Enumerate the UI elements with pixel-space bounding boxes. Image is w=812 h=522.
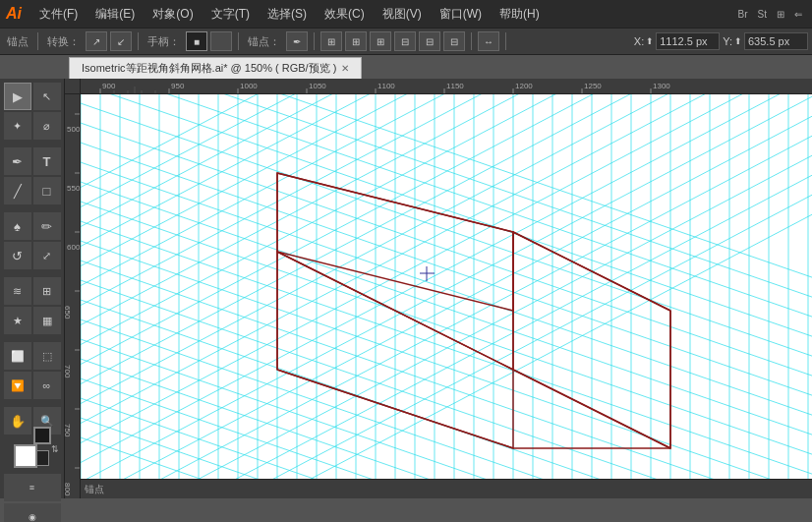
handle-btn-2[interactable]	[210, 31, 232, 51]
symbol-tool[interactable]: ★	[4, 307, 31, 334]
align-mid[interactable]: ⊟	[419, 31, 440, 51]
lasso-tool[interactable]: ⌀	[33, 112, 61, 140]
artboard-tools: ⬜ ⬚	[4, 342, 61, 370]
change-mode-btn[interactable]: ≡	[4, 474, 61, 501]
status-text: 锚点	[85, 483, 104, 496]
svg-text:1150: 1150	[446, 82, 464, 90]
selection-tool[interactable]: ▶	[4, 83, 31, 110]
align-top[interactable]: ⊟	[394, 31, 416, 51]
dist-h[interactable]: ↔	[478, 31, 499, 51]
align-center[interactable]: ⊞	[345, 31, 367, 51]
rect-tool[interactable]: □	[33, 177, 61, 204]
y-label: Y:	[723, 35, 732, 47]
y-arrow: ⬆	[734, 36, 742, 46]
bottom-bar: 锚点	[81, 479, 812, 498]
artboard-tool[interactable]: ⬜	[4, 342, 31, 370]
arrow-icon[interactable]: ⇐	[790, 9, 806, 20]
slice-tool[interactable]: ⬚	[33, 342, 61, 370]
blend-tool[interactable]: ∞	[33, 372, 61, 399]
document-tab[interactable]: Isometric等距视角斜角网格.ai* @ 150% ( RGB/预览 ) …	[69, 57, 362, 79]
menu-edit[interactable]: 编辑(E)	[87, 4, 143, 25]
anchor2-btn[interactable]: ✒	[286, 31, 308, 51]
magic-wand-tool[interactable]: ✦	[4, 112, 31, 140]
x-label: X:	[634, 35, 644, 47]
eyedropper-tool[interactable]: 🔽	[4, 372, 31, 399]
svg-text:1300: 1300	[653, 82, 670, 90]
align-right[interactable]: ⊞	[370, 31, 391, 51]
align-left[interactable]: ⊞	[320, 31, 342, 51]
toolbar-sep-5	[471, 32, 472, 50]
svg-text:1000: 1000	[240, 82, 258, 90]
stock-icon[interactable]: St	[754, 9, 771, 20]
svg-text:550: 550	[67, 184, 81, 193]
type-tool[interactable]: T	[33, 147, 61, 175]
menu-select[interactable]: 选择(S)	[260, 4, 315, 25]
x-arrow: ⬆	[646, 36, 654, 46]
y-input[interactable]	[744, 32, 808, 50]
fill-box[interactable]	[14, 444, 37, 468]
left-toolbar: ▶ ↖ ✦ ⌀ ✒ T ╱ □ ♠ ✏ ↺ ⤢ ≋ ⊞ ★	[0, 79, 65, 498]
free-transform-tool[interactable]: ⊞	[33, 277, 61, 305]
hand-tool[interactable]: ✋	[4, 407, 31, 435]
handle-label: 手柄：	[145, 34, 183, 49]
warp-tool[interactable]: ≋	[4, 277, 31, 305]
svg-text:1050: 1050	[309, 82, 326, 90]
anchor-label: 锚点	[4, 34, 31, 49]
tab-close-btn[interactable]: ✕	[341, 63, 349, 74]
svg-text:750: 750	[65, 424, 72, 437]
grid-icon[interactable]: ⊞	[773, 9, 788, 20]
menu-bar: Ai 文件(F) 编辑(E) 对象(O) 文字(T) 选择(S) 效果(C) 视…	[0, 0, 812, 28]
menu-effect[interactable]: 效果(C)	[317, 4, 373, 25]
svg-text:800: 800	[65, 483, 72, 496]
ruler-left: 500 550 600 650 700 750 800	[65, 94, 81, 498]
bar-graph-tool[interactable]: ▦	[33, 307, 61, 334]
svg-rect-24	[65, 94, 81, 498]
svg-text:950: 950	[171, 82, 185, 90]
x-input[interactable]	[656, 32, 720, 50]
paintbrush-tool[interactable]: ♠	[4, 212, 31, 240]
toolbar: 锚点 转换： ↗ ↙ 手柄： ■ 锚点： ✒ ⊞ ⊞ ⊞ ⊟ ⊟ ⊟ ↔ X: …	[0, 28, 812, 55]
main-area: ▶ ↖ ✦ ⌀ ✒ T ╱ □ ♠ ✏ ↺ ⤢ ≋ ⊞ ★	[0, 79, 812, 498]
toolbar-sep-1	[37, 32, 38, 50]
menu-object[interactable]: 对象(O)	[145, 4, 201, 25]
menu-help[interactable]: 帮助(H)	[492, 4, 548, 25]
anchor2-label: 锚点：	[245, 34, 283, 49]
menu-file[interactable]: 文件(F)	[31, 4, 86, 25]
transform-tools: ↺ ⤢	[4, 242, 61, 269]
scale-tool[interactable]: ⤢	[33, 242, 61, 269]
rotate-tool[interactable]: ↺	[4, 242, 31, 269]
pen-tool[interactable]: ✒	[4, 147, 31, 175]
handle-btn-1[interactable]: ■	[186, 31, 207, 51]
pencil-tool[interactable]: ✏	[33, 212, 61, 240]
svg-text:500: 500	[67, 125, 81, 134]
pen-tools: ✒ T	[4, 147, 61, 175]
transform-btn-2[interactable]: ↙	[110, 31, 132, 51]
toolbar-sep-6	[505, 32, 506, 50]
warp-tools: ≋ ⊞	[4, 277, 61, 305]
eyedropper-tools: 🔽 ∞	[4, 372, 61, 399]
menu-type[interactable]: 文字(T)	[203, 4, 258, 25]
canvas-area[interactable]: 900 950 1000 1050 1100 1150 1200 1250	[65, 79, 812, 498]
menu-window[interactable]: 窗口(W)	[432, 4, 490, 25]
line-tool[interactable]: ╱	[4, 177, 31, 204]
canvas-white	[81, 94, 812, 498]
align-bottom[interactable]: ⊟	[443, 31, 465, 51]
tab-bar: Isometric等距视角斜角网格.ai* @ 150% ( RGB/预览 ) …	[0, 55, 812, 79]
svg-text:600: 600	[67, 243, 81, 252]
symbol-tools: ★ ▦	[4, 307, 61, 334]
direct-selection-tool[interactable]: ↖	[33, 83, 61, 110]
cs-btn[interactable]: ◉	[4, 503, 61, 522]
stroke-box[interactable]	[33, 427, 51, 444]
svg-rect-45	[81, 94, 812, 498]
bridge-icon[interactable]: Br	[734, 9, 752, 20]
swap-icon[interactable]: ⇅	[51, 444, 59, 454]
lasso-tools: ✦ ⌀	[4, 112, 61, 140]
transform-btn-1[interactable]: ↗	[86, 31, 107, 51]
svg-text:650: 650	[65, 306, 72, 319]
toolbar-sep-2	[138, 32, 139, 50]
toolbar-sep-4	[314, 32, 315, 50]
tab-title: Isometric等距视角斜角网格.ai* @ 150% ( RGB/预览 )	[82, 61, 336, 76]
menu-view[interactable]: 视图(V)	[375, 4, 430, 25]
svg-text:1100: 1100	[377, 82, 395, 90]
selection-tools: ▶ ↖	[4, 83, 61, 110]
